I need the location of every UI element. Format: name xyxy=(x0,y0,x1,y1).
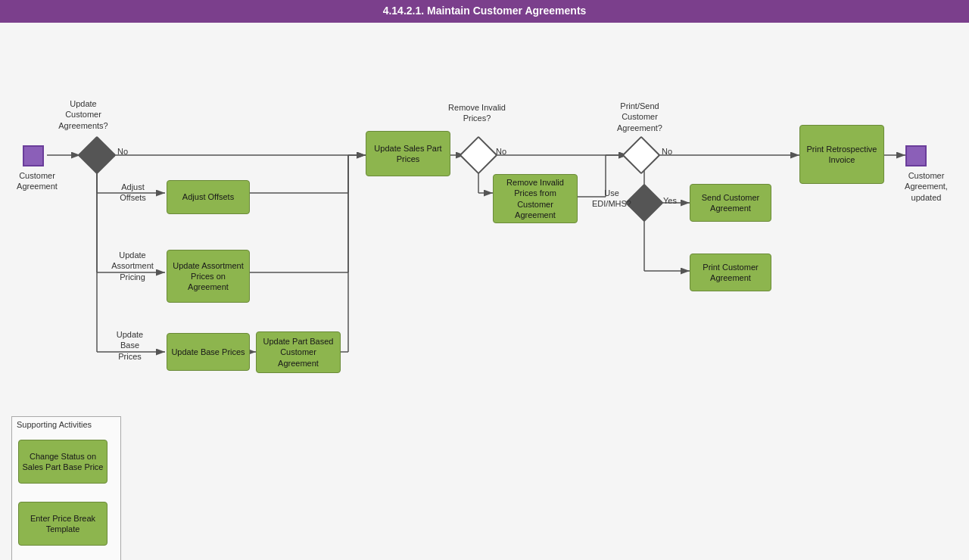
update-assortment-prices-box[interactable]: Update Assortment Prices on Agreement xyxy=(167,250,250,303)
no-label-1: No xyxy=(117,146,128,157)
update-base-prices-box[interactable]: Update Base Prices xyxy=(167,333,250,371)
change-status-box[interactable]: Change Status on Sales Part Base Price xyxy=(18,440,107,484)
update-base-prices-label: UpdateBasePrices xyxy=(101,329,158,362)
decision-print-send xyxy=(622,136,661,175)
decision-print-send-label: Print/Send Customer Agreement? xyxy=(606,101,674,133)
decision-update-customer-label: Update Customer Agreements? xyxy=(57,98,110,131)
canvas: Customer Agreement Customer Agreement, u… xyxy=(0,23,969,560)
enter-break-template-box[interactable]: Enter Price Break Template xyxy=(18,502,107,546)
remove-invalid-prices-box[interactable]: Remove Invalid Prices from Customer Agre… xyxy=(493,174,578,223)
print-customer-agreement-box[interactable]: Print Customer Agreement xyxy=(690,254,771,291)
update-part-based-box[interactable]: Update Part Based Customer Agreement xyxy=(256,331,341,373)
adjust-offsets-flow-label: AdjustOffsets xyxy=(104,182,161,204)
decision-use-edi-label: Use EDI/MHS? xyxy=(589,188,634,210)
title-text: 4.14.2.1. Maintain Customer Agreements xyxy=(383,5,587,17)
customer-agreement-end-label: Customer Agreement, updated xyxy=(898,170,955,203)
supporting-activities-title: Supporting Activities xyxy=(12,417,120,432)
no-label-2: No xyxy=(496,146,506,157)
decision-remove-invalid-label: Remove Invalid Prices? xyxy=(447,102,507,124)
end-endpoint xyxy=(905,145,927,166)
decision-remove-invalid xyxy=(460,136,498,175)
title-bar: 4.14.2.1. Maintain Customer Agreements xyxy=(0,0,969,23)
print-retrospective-invoice-box[interactable]: Print Retrospective Invoice xyxy=(799,125,884,184)
no-label-3: No xyxy=(662,146,672,157)
adjust-offsets-box[interactable]: Adjust Offsets xyxy=(167,180,250,214)
start-endpoint xyxy=(23,145,44,166)
decision-update-customer xyxy=(78,136,117,175)
customer-agreement-start-label: Customer Agreement xyxy=(11,170,64,192)
yes-label-1: Yes xyxy=(663,195,677,206)
send-customer-agreement-box[interactable]: Send Customer Agreement xyxy=(690,184,771,222)
supporting-activities-panel: Supporting Activities Change Status on S… xyxy=(11,416,121,560)
update-sales-part-prices-box[interactable]: Update Sales Part Prices xyxy=(366,131,450,176)
update-assortment-pricing-label: UpdateAssortmentPricing xyxy=(98,250,167,282)
